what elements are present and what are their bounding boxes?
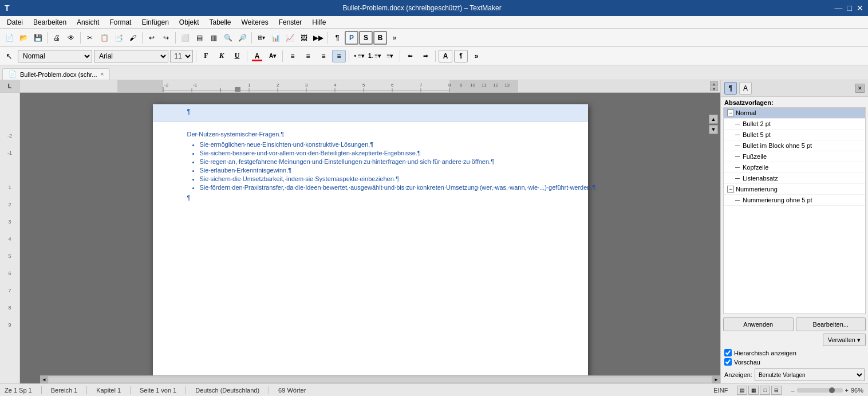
checkbox-hierarchisch[interactable] xyxy=(724,349,732,356)
menu-format[interactable]: Format xyxy=(105,17,136,28)
increase-indent-button[interactable]: ⇒ xyxy=(419,50,432,62)
new-button[interactable]: 📄 xyxy=(2,31,16,45)
undo-button[interactable]: ↩ xyxy=(145,31,159,45)
view-full-btn[interactable]: □ xyxy=(760,386,770,395)
menu-einfuegen[interactable]: Einfügen xyxy=(137,17,173,28)
zoom-plus[interactable]: + xyxy=(845,387,849,394)
zoom-minus[interactable]: – xyxy=(791,387,794,394)
view-layout-btn[interactable]: ▦ xyxy=(748,386,759,395)
more-button[interactable]: ▶▶ xyxy=(311,31,325,45)
header-area[interactable]: ¶ xyxy=(153,104,588,121)
bullet-list-button[interactable]: • ≡▾ xyxy=(352,50,366,62)
font-color-button[interactable]: A xyxy=(250,50,264,62)
italic-button[interactable]: K xyxy=(215,50,228,62)
align-right-button[interactable]: ≡ xyxy=(317,50,330,62)
copy-button[interactable]: 📋 xyxy=(97,31,111,45)
outline-button[interactable]: ≡▾ xyxy=(383,50,397,62)
p-button[interactable]: P xyxy=(345,31,358,45)
search-button[interactable]: 🔍 xyxy=(221,31,235,45)
menu-weiteres[interactable]: Weiteres xyxy=(237,17,273,28)
underline-button[interactable]: U xyxy=(230,50,244,62)
menu-fenster[interactable]: Fenster xyxy=(274,17,307,28)
redo-button[interactable]: ↪ xyxy=(159,31,173,45)
document-tab[interactable]: 📄 Bullet-Problem.docx (schr... × xyxy=(2,68,110,80)
verwalten-button[interactable]: Verwalten ▾ xyxy=(823,334,866,346)
preview-button[interactable]: 👁 xyxy=(64,31,78,45)
view-normal-btn[interactable]: ▤ xyxy=(737,386,747,395)
panel-para-icon[interactable]: ¶ xyxy=(724,82,737,95)
num-list-button[interactable]: 1. ≡▾ xyxy=(368,50,381,62)
chart2-button[interactable]: 📈 xyxy=(283,31,297,45)
minimize-button[interactable]: — xyxy=(835,3,843,13)
style-item-nummerierung[interactable]: − Nummerierung xyxy=(724,184,865,195)
style-item-bullet5[interactable]: Bullet 5 pt xyxy=(724,130,865,140)
font-size-dropdown[interactable]: 11 xyxy=(170,50,193,62)
style-item-kopfzeile[interactable]: Kopfzeile xyxy=(724,162,865,173)
frame2-button[interactable]: ▤ xyxy=(192,31,206,45)
pilcrow-button[interactable]: ¶ xyxy=(330,31,344,45)
document-scroll-area[interactable]: -2 -1 · 1 2 3 4 5 6 xyxy=(20,80,720,383)
panel-close-btn[interactable]: ✕ xyxy=(855,84,865,93)
vscroll-down-arrow[interactable]: ▼ xyxy=(709,125,718,134)
style-item-normal[interactable]: − Normal xyxy=(724,108,865,119)
style-list[interactable]: − Normal Bullet 2 pt Bullet 5 pt Bullet … xyxy=(723,107,866,314)
style-item-bulletblock[interactable]: Bullet im Block ohne 5 pt xyxy=(724,140,865,151)
style-item-listenabsatz[interactable]: Listenabsatz xyxy=(724,173,865,184)
frame-button[interactable]: ⬜ xyxy=(178,31,192,45)
style-collapse-normal[interactable]: − xyxy=(727,109,734,116)
document-content[interactable]: Der·Nutzen·systemischer·Fragen.¶ Sie·erm… xyxy=(153,121,588,210)
open-button[interactable]: 📂 xyxy=(17,31,30,45)
cut-button[interactable]: ✂ xyxy=(83,31,97,45)
save-button[interactable]: 💾 xyxy=(31,31,45,45)
align-justify-button[interactable]: ≡ xyxy=(332,50,346,62)
align-left-button[interactable]: ≡ xyxy=(286,50,299,62)
zoom-slider-track[interactable] xyxy=(797,388,843,393)
table-button[interactable]: ⊞▾ xyxy=(254,31,268,45)
s-button[interactable]: S xyxy=(359,31,373,45)
chart-button[interactable]: 📊 xyxy=(269,31,282,45)
font-dropdown[interactable]: Arial xyxy=(94,50,168,62)
hscroll-left[interactable]: ◄ xyxy=(40,376,48,384)
highlight-button[interactable]: A▾ xyxy=(266,50,279,62)
style-item-bullet2[interactable]: Bullet 2 pt xyxy=(724,119,865,130)
panel-char-icon[interactable]: A xyxy=(739,82,752,95)
close-button[interactable]: ✕ xyxy=(857,3,863,13)
hscroll-right[interactable]: ► xyxy=(712,376,720,384)
maximize-button[interactable]: □ xyxy=(847,3,852,13)
menu-ansicht[interactable]: Ansicht xyxy=(72,17,104,28)
menu-bearbeiten[interactable]: Bearbeiten xyxy=(29,17,71,28)
bearbeiten-button[interactable]: Bearbeiten... xyxy=(796,317,866,331)
menu-tabelle[interactable]: Tabelle xyxy=(205,17,236,28)
para-format-button[interactable]: ¶ xyxy=(454,50,468,62)
view-web-btn[interactable]: ⊟ xyxy=(771,386,782,395)
frame3-button[interactable]: ▥ xyxy=(207,31,220,45)
checkbox-vorschau[interactable] xyxy=(724,358,732,366)
hscroll-bar[interactable]: ◄ ► xyxy=(40,375,720,383)
bold-button[interactable]: F xyxy=(199,50,213,62)
more2-button[interactable]: » xyxy=(388,31,401,45)
tab-close-button[interactable]: × xyxy=(101,71,104,77)
decrease-indent-button[interactable]: ⇐ xyxy=(403,50,417,62)
b-button[interactable]: B xyxy=(373,31,387,45)
more3-button[interactable]: » xyxy=(469,50,483,62)
align-center-button[interactable]: ≡ xyxy=(301,50,315,62)
menu-objekt[interactable]: Objekt xyxy=(175,17,204,28)
zoom-slider-thumb[interactable] xyxy=(829,387,835,393)
hscroll-thumb[interactable] xyxy=(49,378,711,382)
anwenden-button[interactable]: Anwenden xyxy=(723,317,794,331)
drawing-button[interactable]: 🖼 xyxy=(297,31,311,45)
ruler-up-arrow[interactable]: ▲ xyxy=(710,81,718,86)
style-item-nummerierungohne[interactable]: Nummerierung ohne 5 pt xyxy=(724,195,865,206)
style-collapse-nummerierung[interactable]: − xyxy=(727,186,734,193)
style-dropdown[interactable]: Normal xyxy=(18,50,92,62)
vscroll-up-arrow[interactable]: ▲ xyxy=(709,115,718,124)
menu-datei[interactable]: Datei xyxy=(2,17,27,28)
anzeigen-select[interactable]: Benutzte Vorlagen xyxy=(755,368,865,381)
ruler-down-arrow[interactable]: ▼ xyxy=(710,87,718,91)
format-brush-button[interactable]: 🖌 xyxy=(126,31,140,45)
menu-hilfe[interactable]: Hilfe xyxy=(307,17,330,28)
search2-button[interactable]: 🔎 xyxy=(235,31,249,45)
style-item-fusszeile[interactable]: Fußzeile xyxy=(724,151,865,162)
print-button[interactable]: 🖨 xyxy=(50,31,64,45)
cursor-button[interactable]: ↖ xyxy=(2,49,16,63)
